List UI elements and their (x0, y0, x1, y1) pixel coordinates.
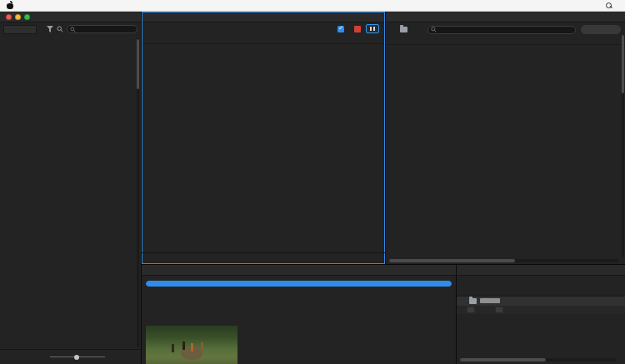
apple-menu-icon[interactable] (7, 2, 13, 9)
preset-browser-toolbar (386, 22, 625, 37)
thumbnail-size-slider[interactable] (50, 357, 105, 357)
menu-bar-status-area (594, 2, 618, 9)
media-search-input[interactable] (67, 25, 138, 33)
stop-queue-button[interactable] (354, 26, 361, 32)
pause-queue-button[interactable] (366, 24, 379, 33)
watch-folders-panel (457, 265, 625, 364)
search-icon (431, 27, 437, 32)
watch-folders-toolbar (457, 276, 625, 288)
media-browser-scrollbar[interactable] (137, 37, 139, 347)
media-browser-toolbar (0, 22, 141, 36)
macos-menu-bar (0, 0, 625, 12)
watch-folder-row[interactable] (457, 297, 625, 306)
media-clip-list (55, 37, 133, 348)
format-dropdown[interactable] (467, 307, 475, 313)
media-browser-panel (0, 12, 141, 364)
watch-folders-column-headers (457, 288, 625, 297)
preset-dropdown[interactable] (495, 307, 503, 313)
filter-icon[interactable] (47, 26, 53, 32)
preset-column-headers (386, 37, 625, 45)
watch-folder-path (479, 298, 501, 303)
queue-toolbar (142, 22, 385, 35)
preset-browser-panel (386, 12, 625, 264)
redacted-username (480, 298, 500, 303)
renderer-bar (142, 252, 385, 264)
minimize-window-button[interactable] (15, 14, 21, 20)
watch-folder-output-row[interactable] (457, 306, 625, 315)
encoding-progress-fill (146, 281, 452, 287)
close-window-button[interactable] (6, 14, 12, 20)
watch-folders-tab-bar (457, 265, 625, 276)
spotlight-icon[interactable] (606, 2, 612, 9)
folder-icon (469, 298, 477, 304)
encoding-tab-bar (142, 265, 456, 276)
zoom-search-icon[interactable] (57, 26, 63, 32)
slider-knob[interactable] (74, 355, 79, 360)
preset-browser-horizontal-scrollbar[interactable] (389, 259, 618, 262)
output-preview-image (146, 326, 238, 364)
screen (0, 0, 625, 364)
encoding-progress-bar (146, 281, 452, 287)
media-browser-bottom-bar (0, 349, 141, 364)
watch-folders-horizontal-scrollbar[interactable] (460, 358, 617, 362)
queue-toolbar-right (338, 24, 379, 33)
queue-tab-bar (142, 12, 385, 22)
preset-search-input[interactable] (428, 26, 576, 34)
preset-browser-tab-bar (386, 12, 625, 22)
queue-panel (142, 12, 385, 264)
media-browser-tab-bar (0, 12, 141, 22)
auto-encode-checkbox[interactable] (338, 26, 344, 32)
encoding-panel (142, 265, 456, 364)
search-icon (70, 27, 76, 32)
new-group-icon[interactable] (400, 27, 408, 32)
app-window (0, 12, 625, 364)
preset-browser-vertical-scrollbar[interactable] (622, 35, 624, 257)
queue-column-headers (142, 35, 385, 44)
encoding-body (142, 278, 456, 364)
zoom-window-button[interactable] (24, 14, 30, 20)
traffic-lights (6, 14, 30, 20)
location-dropdown[interactable] (3, 25, 37, 34)
apply-preset-button[interactable] (581, 25, 621, 34)
